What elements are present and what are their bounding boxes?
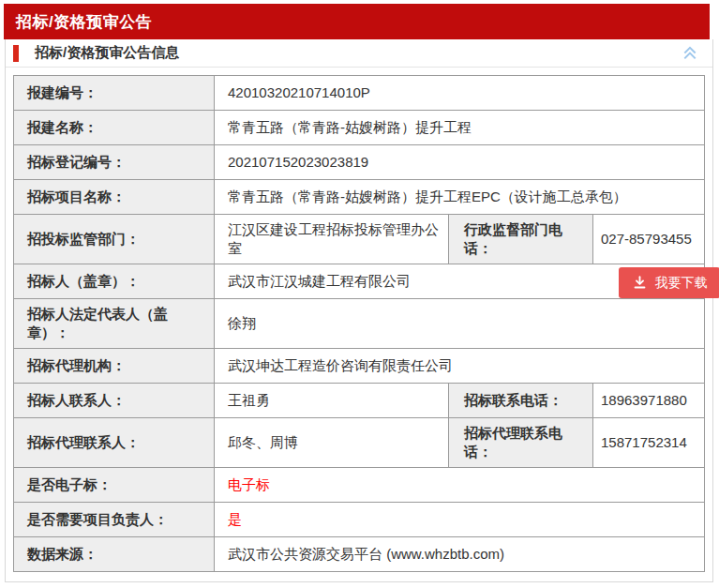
table-row: 招标代理机构： 武汉坤达工程造价咨询有限责任公司 bbox=[14, 349, 705, 384]
table-row: 报建编号： 42010320210714010P bbox=[14, 76, 705, 111]
field-value-highlight: 是 bbox=[215, 503, 705, 537]
field-label: 招标人法定代表人（盖章）： bbox=[14, 299, 215, 349]
field-label: 是否电子标： bbox=[14, 468, 215, 503]
table-row: 招标登记编号： 202107152023023819 bbox=[14, 145, 705, 180]
field-label: 招标人联系人： bbox=[14, 384, 215, 418]
field-value: 江汉区建设工程招标投标管理办公室 bbox=[215, 215, 449, 264]
field-value: 常青五路（常青路-姑嫂树路）提升工程EPC（设计施工总承包） bbox=[215, 180, 705, 215]
table-row: 招标项目名称： 常青五路（常青路-姑嫂树路）提升工程EPC（设计施工总承包） bbox=[14, 180, 705, 215]
field-label: 招标登记编号： bbox=[14, 145, 215, 180]
table-row: 招投标监管部门： 江汉区建设工程招标投标管理办公室 行政监督部门电话： 027-… bbox=[14, 215, 705, 264]
field-value: 202107152023023819 bbox=[215, 145, 705, 180]
field-label: 报建编号： bbox=[14, 76, 215, 111]
field-value: 徐翔 bbox=[215, 299, 705, 349]
field-value: 15871752314 bbox=[593, 418, 705, 468]
field-label: 招标代理机构： bbox=[14, 349, 215, 384]
field-value-highlight: 电子标 bbox=[215, 468, 705, 503]
field-label: 招标代理联系电话： bbox=[449, 418, 593, 468]
table-row: 招标人（盖章）： 武汉市江汉城建工程有限公司 bbox=[14, 264, 705, 299]
field-value: 王祖勇 bbox=[215, 384, 449, 418]
field-label: 行政监督部门电话： bbox=[449, 215, 593, 264]
field-label: 招标项目名称： bbox=[14, 180, 215, 215]
announcement-panel: 招标/资格预审公告信息 报建编号： 42010320210714010P 报建名… bbox=[5, 39, 713, 582]
download-icon bbox=[632, 275, 648, 291]
field-label: 招标联系电话： bbox=[449, 384, 593, 418]
field-value: 武汉市公共资源交易平台 (www.whzbtb.com) bbox=[215, 537, 705, 572]
table-row: 是否电子标： 电子标 bbox=[14, 468, 705, 503]
field-value: 18963971880 bbox=[593, 384, 705, 418]
field-value: 武汉坤达工程造价咨询有限责任公司 bbox=[215, 349, 705, 384]
field-label: 是否需要项目负责人： bbox=[14, 503, 215, 537]
download-button-label: 我要下载 bbox=[655, 275, 708, 292]
page-title: 招标/资格预审公告 bbox=[16, 11, 152, 33]
field-label: 招标人（盖章）： bbox=[14, 264, 215, 299]
field-label: 报建名称： bbox=[14, 111, 215, 145]
info-table-wrap: 报建编号： 42010320210714010P 报建名称： 常青五路（常青路-… bbox=[6, 68, 712, 580]
collapse-button[interactable] bbox=[681, 42, 699, 65]
download-button[interactable]: 我要下载 bbox=[620, 268, 719, 297]
table-row: 是否需要项目负责人： 是 bbox=[14, 503, 705, 537]
field-value: 常青五路（常青路-姑嫂树路）提升工程 bbox=[215, 111, 705, 145]
field-value: 邱冬、周博 bbox=[215, 418, 449, 468]
section-header: 招标/资格预审公告信息 bbox=[6, 39, 712, 68]
table-row: 招标人联系人： 王祖勇 招标联系电话： 18963971880 bbox=[14, 384, 705, 418]
info-table: 报建编号： 42010320210714010P 报建名称： 常青五路（常青路-… bbox=[13, 75, 705, 572]
field-value: 027-85793455 bbox=[593, 215, 705, 264]
chevron-double-up-icon bbox=[681, 42, 699, 65]
field-label: 招标代理联系人： bbox=[14, 418, 215, 468]
table-row: 数据来源： 武汉市公共资源交易平台 (www.whzbtb.com) bbox=[14, 537, 705, 572]
field-value: 42010320210714010P bbox=[215, 76, 705, 111]
table-row: 报建名称： 常青五路（常青路-姑嫂树路）提升工程 bbox=[14, 111, 705, 145]
table-row: 招标人法定代表人（盖章）： 徐翔 bbox=[14, 299, 705, 349]
section-title: 招标/资格预审公告信息 bbox=[35, 44, 179, 62]
page-header: 招标/资格预审公告 bbox=[4, 4, 710, 39]
field-label: 数据来源： bbox=[14, 537, 215, 572]
field-label: 招投标监管部门： bbox=[14, 215, 215, 264]
table-row: 招标代理联系人： 邱冬、周博 招标代理联系电话： 15871752314 bbox=[14, 418, 705, 468]
section-accent-bar bbox=[13, 45, 19, 62]
